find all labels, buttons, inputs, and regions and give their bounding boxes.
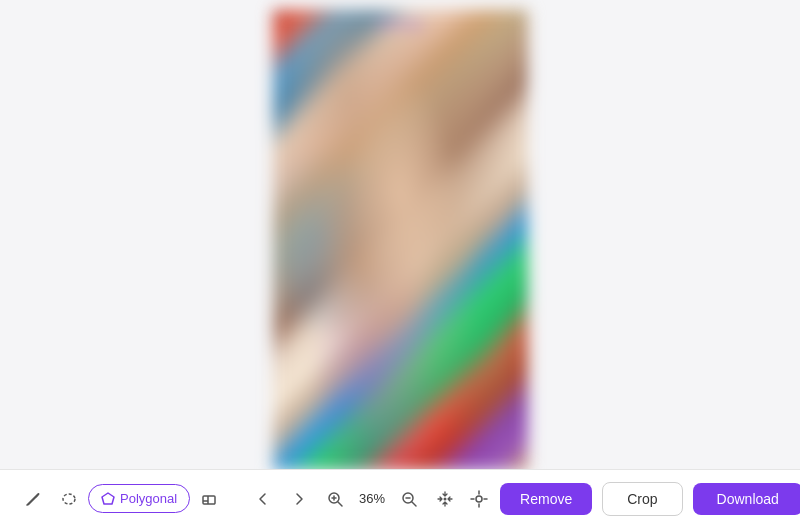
svg-rect-2 (203, 496, 215, 504)
polygonal-tool-button[interactable]: Polygonal (88, 484, 190, 513)
image-container: everenik (273, 10, 528, 470)
toolbar: Polygonal (0, 469, 800, 527)
image-overlay-label: everenik (378, 18, 423, 30)
zoom-in-nav-button[interactable] (282, 482, 316, 516)
zoom-out-button[interactable] (392, 482, 426, 516)
download-button[interactable]: Download (693, 483, 800, 515)
svg-point-5 (444, 497, 447, 500)
svg-point-0 (63, 494, 75, 504)
svg-point-6 (476, 496, 482, 502)
lasso-tool-button[interactable] (52, 482, 86, 516)
pen-tool-button[interactable] (16, 482, 50, 516)
canvas-area: everenik (0, 0, 800, 469)
zoom-in-button[interactable] (318, 482, 352, 516)
crosshair-button[interactable] (470, 482, 488, 516)
drawing-tools: Polygonal (16, 482, 226, 516)
image-placeholder: everenik (273, 10, 528, 470)
zoom-out-nav-button[interactable] (246, 482, 280, 516)
eraser-tool-button[interactable] (192, 482, 226, 516)
remove-button[interactable]: Remove (500, 483, 592, 515)
zoom-level-display: 36% (354, 491, 390, 506)
polygonal-label: Polygonal (120, 491, 177, 506)
crop-button[interactable]: Crop (602, 482, 682, 516)
pan-tool-button[interactable] (428, 482, 462, 516)
zoom-controls: 36% (246, 482, 462, 516)
svg-marker-1 (102, 493, 114, 504)
action-buttons: Remove Crop Download (500, 482, 800, 516)
